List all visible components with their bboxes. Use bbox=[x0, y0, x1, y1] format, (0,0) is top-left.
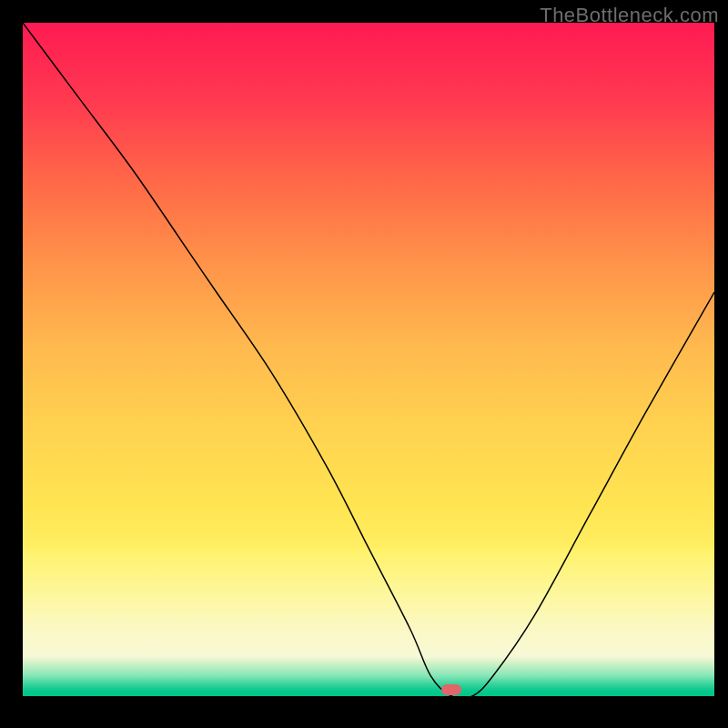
optimal-marker bbox=[441, 684, 461, 695]
plot-area bbox=[23, 23, 714, 696]
curve-path bbox=[23, 23, 714, 696]
chart-frame: TheBottleneck.com bbox=[0, 0, 728, 728]
bottleneck-curve bbox=[23, 23, 714, 696]
